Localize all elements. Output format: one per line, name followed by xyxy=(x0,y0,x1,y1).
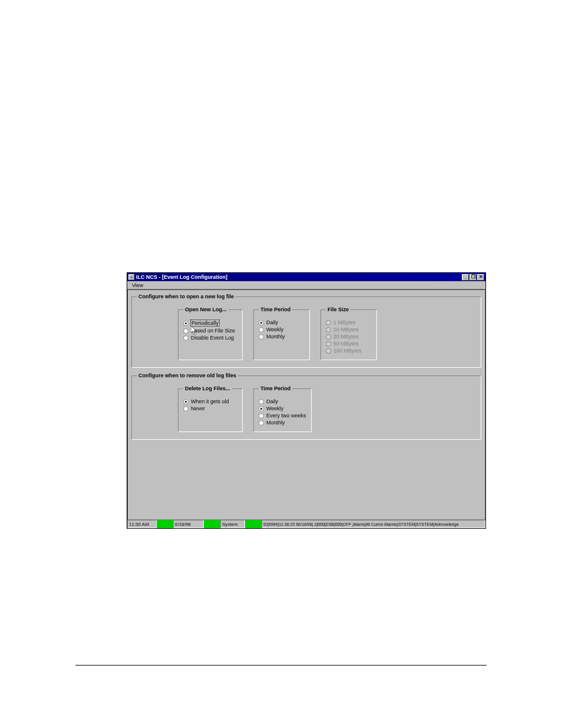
page-divider xyxy=(75,665,487,666)
radio-remove-two-weeks[interactable]: Every two weeks xyxy=(259,413,306,419)
menu-view[interactable]: View xyxy=(130,282,146,288)
fieldset-open-new-log: Open New Log... Periodically Based on Fi… xyxy=(178,307,243,360)
radio-remove-weekly[interactable]: Weekly xyxy=(259,406,306,411)
app-window: ≡ ILC NCS - [Event Log Configuration] _ … xyxy=(127,272,486,529)
radio-label: Never xyxy=(191,406,205,411)
group-open-title: Configure when to open a new log file xyxy=(137,294,236,299)
restore-button[interactable]: ❐ xyxy=(470,274,477,281)
radio-size-1mb: 1 MBytes xyxy=(326,319,372,325)
radio-icon xyxy=(326,334,331,340)
radio-label: 20 MBytes xyxy=(333,334,359,340)
fieldset-time-period-remove: Time Period Daily Weekly Every two weeks xyxy=(253,386,312,432)
radio-open-daily[interactable]: Daily xyxy=(259,319,305,325)
radio-size-20mb: 20 MBytes xyxy=(326,334,372,340)
radio-label: Daily xyxy=(266,319,278,325)
statusbar: 11:30 AM 6/18/98 System ID|9999|11:30:23… xyxy=(127,520,485,528)
status-time: 11:30 AM xyxy=(127,520,157,528)
radio-size-10mb: 10 MBytes xyxy=(326,327,372,332)
radio-icon xyxy=(259,420,264,426)
radio-disable-event-log[interactable]: Disable Event Log xyxy=(183,335,237,341)
radio-open-weekly[interactable]: Weekly xyxy=(259,327,305,332)
radio-remove-monthly[interactable]: Monthly xyxy=(259,420,306,426)
radio-open-monthly[interactable]: Monthly xyxy=(259,334,305,340)
radio-periodically[interactable]: Periodically xyxy=(183,319,237,327)
radio-icon xyxy=(259,334,264,340)
radio-based-on-file-size[interactable]: Based on File Size xyxy=(183,328,237,334)
radio-icon xyxy=(183,321,189,326)
radio-remove-daily[interactable]: Daily xyxy=(259,398,306,404)
radio-never[interactable]: Never xyxy=(183,406,237,411)
radio-when-old[interactable]: When it gets old xyxy=(183,398,237,404)
radio-label: Weekly xyxy=(266,327,283,332)
radio-icon xyxy=(326,327,331,332)
close-button[interactable]: ✕ xyxy=(477,274,484,281)
radio-icon xyxy=(326,341,331,347)
radio-icon xyxy=(259,320,264,325)
status-green-separator xyxy=(204,520,220,528)
radio-label: 50 MBytes xyxy=(333,341,359,347)
radio-label: Periodically xyxy=(190,319,220,327)
time-period-open-legend: Time Period xyxy=(259,307,292,312)
fieldset-file-size: File Size 1 MBytes 10 MBytes 20 MBytes xyxy=(320,307,377,360)
window-title: ILC NCS - [Event Log Configuration] xyxy=(136,274,461,280)
radio-size-100mb: 100 MBytes xyxy=(326,348,372,354)
radio-icon xyxy=(183,406,189,411)
time-period-remove-legend: Time Period xyxy=(259,386,292,391)
radio-icon xyxy=(259,327,264,332)
radio-label: Daily xyxy=(266,398,278,404)
client-area: Configure when to open a new log file Op… xyxy=(127,289,485,520)
radio-label: Weekly xyxy=(266,406,283,411)
system-menu-icon[interactable]: ≡ xyxy=(128,274,134,280)
radio-icon xyxy=(183,328,189,334)
radio-label: Based on File Size xyxy=(191,328,235,334)
radio-label: 1 MBytes xyxy=(333,319,356,325)
group-remove-old-log: Configure when to remove old log files D… xyxy=(131,373,481,440)
status-message: ID|9999|11:30:23 06/18/98| 2|000|DSB|000… xyxy=(262,520,485,528)
radio-label: Monthly xyxy=(266,334,285,340)
radio-label: Every two weeks xyxy=(266,413,306,419)
menubar: View xyxy=(127,281,485,289)
radio-icon xyxy=(183,335,189,341)
titlebar: ≡ ILC NCS - [Event Log Configuration] _ … xyxy=(127,273,485,281)
radio-icon xyxy=(259,406,264,411)
radio-label: 10 MBytes xyxy=(333,327,359,332)
status-green-separator xyxy=(157,520,173,528)
group-remove-title: Configure when to remove old log files xyxy=(137,373,238,378)
status-green-separator xyxy=(245,520,262,528)
radio-icon xyxy=(259,399,264,404)
radio-size-50mb: 50 MBytes xyxy=(326,341,372,347)
radio-label: Monthly xyxy=(266,420,285,426)
radio-label: Disable Event Log xyxy=(191,335,234,341)
radio-icon xyxy=(326,348,331,354)
fieldset-delete-log-files: Delete Log Files... When it gets old Nev… xyxy=(178,386,243,432)
radio-label: When it gets old xyxy=(191,398,229,404)
radio-icon xyxy=(326,320,331,325)
file-size-legend: File Size xyxy=(326,307,351,312)
radio-icon xyxy=(183,399,189,404)
radio-label: 100 MBytes xyxy=(333,348,362,354)
minimize-button[interactable]: _ xyxy=(462,274,469,281)
status-date: 6/18/98 xyxy=(173,520,204,528)
fieldset-time-period-open: Time Period Daily Weekly Monthly xyxy=(253,307,310,360)
status-system: System xyxy=(220,520,245,528)
delete-log-legend: Delete Log Files... xyxy=(183,386,232,391)
open-new-log-legend: Open New Log... xyxy=(183,307,229,312)
radio-icon xyxy=(259,413,264,419)
window-buttons: _ ❐ ✕ xyxy=(461,274,484,281)
group-open-new-log: Configure when to open a new log file Op… xyxy=(131,294,481,368)
